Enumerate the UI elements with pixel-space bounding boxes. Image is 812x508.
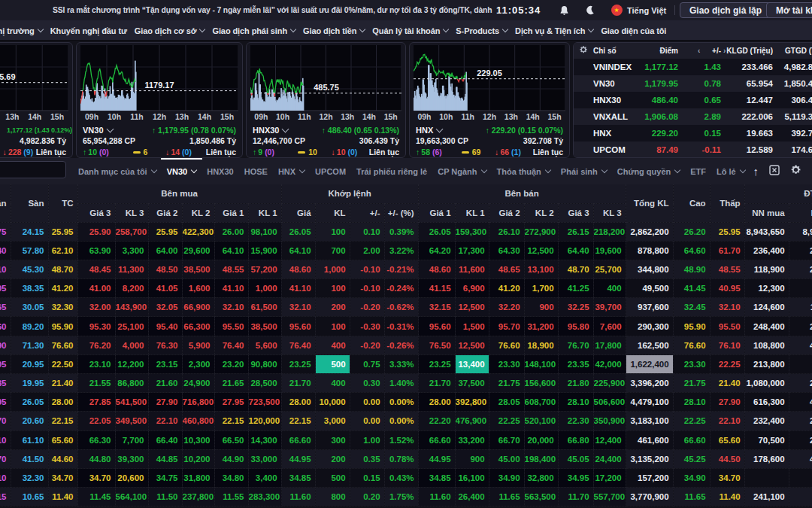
nav-item-giao-dich-phai-sinh[interactable]: Giao dịch phái sinh xyxy=(212,26,295,35)
cell-ask-vol1[interactable]: 392,800 xyxy=(455,393,489,412)
col-bid-price1[interactable]: Giá 1 xyxy=(214,203,248,222)
cell-ask-price2[interactable]: 64.30 xyxy=(489,241,524,260)
symbol-search-input[interactable] xyxy=(0,161,66,178)
cell-ask-price3[interactable]: 34.95 xyxy=(558,468,593,487)
board-row[interactable]: 12.15 10.65 11.4011.45564,10011.50237,80… xyxy=(0,488,812,506)
cell-bid-vol1[interactable]: 1,000 xyxy=(248,279,281,298)
cell-bid-vol2[interactable]: 716,800 xyxy=(182,393,214,412)
cell-ask-price3[interactable]: 28.10 xyxy=(558,393,593,412)
board-row[interactable]: 70.10 61.10 65.6066.307,70066.4010,30066… xyxy=(0,430,812,449)
cell-bid-price1[interactable]: 23.20 xyxy=(214,354,248,373)
cell-ask-vol1[interactable]: 16,100 xyxy=(455,468,489,487)
cell-bid-vol1[interactable]: 57,200 xyxy=(248,260,281,278)
cell-ask-price1[interactable]: 64.20 xyxy=(418,241,455,260)
cell-ask-price2[interactable]: 26.10 xyxy=(489,222,524,241)
scroll-top-icon[interactable]: ↑ xyxy=(753,165,759,178)
cell-bid-vol2[interactable]: 10,200 xyxy=(182,449,214,468)
paper-trading-button[interactable]: Giao dịch giả lập xyxy=(680,2,771,18)
cell-ask-vol3[interactable]: 42,000 xyxy=(593,354,626,373)
col-ask-price3[interactable]: Giá 3 xyxy=(558,203,593,222)
cell-bid-price3[interactable]: 25.90 xyxy=(77,222,115,241)
board-row[interactable]: 23.70 20.60 22.1522.05349,50022.10460,80… xyxy=(0,412,812,430)
index-name-dropdown[interactable]: HNX xyxy=(416,126,442,135)
cell-ask-price2[interactable]: 34.90 xyxy=(489,468,524,487)
vietnam-flag-icon[interactable]: ★ xyxy=(611,0,623,20)
cell-ask-price2[interactable]: 21.75 xyxy=(489,374,524,393)
cell-bid-price3[interactable]: 34.70 xyxy=(77,468,115,487)
cell-ask-price3[interactable]: 32.25 xyxy=(558,298,593,317)
cell-bid-price1[interactable]: 66.50 xyxy=(214,430,248,449)
col-bid-price3[interactable]: Giá 3 xyxy=(77,203,115,222)
cell-ask-price3[interactable]: 26.15 xyxy=(558,222,593,241)
cell-ask-price1[interactable]: 28.00 xyxy=(418,393,455,412)
cell-ask-vol1[interactable]: 6,900 xyxy=(455,279,489,298)
cell-ask-price2[interactable]: 48.65 xyxy=(489,260,524,278)
index-row-vn30[interactable]: VN30 1,179.95 0.78 65.954 1,850.486 xyxy=(574,75,812,92)
cell-bid-price2[interactable]: 76.30 xyxy=(148,336,182,354)
cell-ask-vol3[interactable]: 24,400 xyxy=(593,449,626,468)
cell-ask-vol2[interactable]: 31,200 xyxy=(524,317,558,336)
cell-bid-vol1[interactable]: 90,800 xyxy=(248,354,281,373)
col-header-klgd[interactable]: ›KLGD (Triệu) xyxy=(721,47,773,55)
cell-ask-price2[interactable]: 41.20 xyxy=(489,279,524,298)
cell-ask-price2[interactable]: 95.70 xyxy=(489,317,524,336)
board-row[interactable]: 102.60 89.20 95.9095.3025,10095.4066,300… xyxy=(0,317,812,336)
board-row[interactable]: 22.85 19.95 21.4021.5586,80021.6024,9002… xyxy=(0,374,812,393)
nav-item-giao-dien-cua-toi[interactable]: Giao diện của tôi xyxy=(601,26,666,35)
cell-ask-vol2[interactable]: 12,500 xyxy=(524,241,558,260)
cell-bid-price2[interactable]: 44.85 xyxy=(148,449,182,468)
cell-bid-vol1[interactable]: 38,500 xyxy=(248,317,281,336)
col-bid-price2[interactable]: Giá 2 xyxy=(148,203,182,222)
tab-lo-le[interactable]: Lô lẻ xyxy=(717,158,745,184)
cell-ask-vol3[interactable]: 17,800 xyxy=(593,336,626,354)
col-foreign-buy[interactable]: NN mua xyxy=(744,203,789,222)
nav-item-giao-dich-co-so[interactable]: Giao dịch cơ sở xyxy=(135,26,205,35)
cell-bid-price3[interactable]: 48.45 xyxy=(77,260,115,278)
cell-ask-price2[interactable]: 22.25 xyxy=(489,412,524,430)
col-match-change-pct[interactable]: +/- (%) xyxy=(384,203,418,222)
open-account-button[interactable]: Mở tài khoản xyxy=(766,2,812,18)
cell-ask-vol2[interactable]: 900 xyxy=(524,298,558,317)
export-excel-icon[interactable] xyxy=(769,165,780,178)
cell-bid-price3[interactable]: 27.85 xyxy=(77,393,115,412)
col-reference[interactable]: TC xyxy=(48,184,77,222)
board-row[interactable]: 29.95 26.05 28.0027.85541,50027.90716,80… xyxy=(0,393,812,412)
cell-ask-vol1[interactable]: 11,600 xyxy=(455,260,489,278)
col-low[interactable]: Thấp xyxy=(710,184,744,222)
index-name-dropdown[interactable]: HNX30 xyxy=(253,126,288,135)
cell-ask-price3[interactable]: 23.35 xyxy=(558,354,593,373)
cell-ask-price2[interactable]: 66.70 xyxy=(489,430,524,449)
index-row-upcom[interactable]: UPCOM 87.49 -0.11 12.589 174.652 xyxy=(574,141,812,158)
cell-bid-vol1[interactable]: 33,000 xyxy=(248,449,281,468)
cell-bid-price2[interactable]: 22.10 xyxy=(148,412,182,430)
nav-item-quan-ly-tai-khoan[interactable]: Quản lý tài khoản xyxy=(372,26,448,35)
cell-bid-price3[interactable]: 95.30 xyxy=(77,317,115,336)
cell-ask-vol2[interactable]: 198,400 xyxy=(524,449,558,468)
cell-ask-vol3[interactable]: 225,900 xyxy=(593,374,626,393)
cell-bid-vol3[interactable]: 20,600 xyxy=(115,468,148,487)
col-ask-vol3[interactable]: KL 3 xyxy=(593,203,626,222)
cell-ask-price3[interactable]: 41.25 xyxy=(558,279,593,298)
board-settings-gear-icon[interactable] xyxy=(790,164,801,178)
board-row[interactable]: 37.10 32.30 34.7034.7020,60034.7531,8003… xyxy=(0,468,812,487)
cell-ask-price2[interactable]: 23.30 xyxy=(489,354,524,373)
cell-ask-price1[interactable]: 22.20 xyxy=(418,412,455,430)
cell-bid-vol2[interactable]: 1,600 xyxy=(182,279,214,298)
col-bid-vol2[interactable]: KL 2 xyxy=(182,203,214,222)
cell-bid-price2[interactable]: 32.05 xyxy=(148,298,182,317)
cell-ask-vol1[interactable]: 37,500 xyxy=(455,374,489,393)
cell-ask-vol1[interactable]: 1,500 xyxy=(455,317,489,336)
cell-ask-price1[interactable]: 95.60 xyxy=(418,317,455,336)
col-bid-vol1[interactable]: KL 1 xyxy=(248,203,281,222)
cell-ask-vol3[interactable]: 557,700 xyxy=(593,488,626,506)
cell-ask-price1[interactable]: 32.15 xyxy=(418,298,455,317)
dark-mode-moon-icon[interactable] xyxy=(583,0,595,20)
cell-bid-price2[interactable]: 25.95 xyxy=(148,222,182,241)
cell-bid-vol1[interactable]: 61,500 xyxy=(248,298,281,317)
cell-ask-vol2[interactable]: 608,700 xyxy=(524,393,558,412)
cell-ask-vol3[interactable]: 17,200 xyxy=(593,468,626,487)
cell-bid-vol2[interactable]: 66,300 xyxy=(182,317,214,336)
cell-bid-vol2[interactable]: 422,300 xyxy=(182,222,214,241)
news-ticker[interactable]: SSI ra mắt chương trình “Tận dụng vốn va… xyxy=(53,0,492,20)
cell-ask-price1[interactable]: 76.50 xyxy=(418,336,455,354)
